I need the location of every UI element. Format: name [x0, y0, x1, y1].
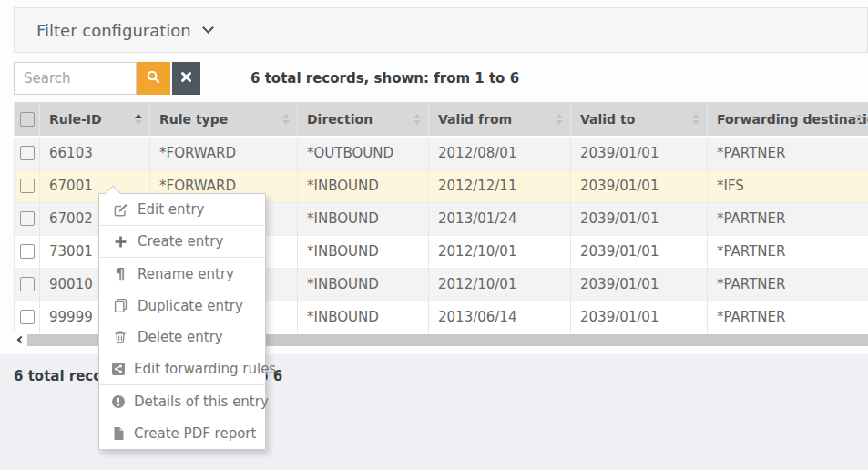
column-label: Valid to — [580, 112, 635, 127]
exclamation-circle-icon — [111, 394, 126, 409]
checkbox-cell — [15, 301, 40, 333]
row-checkbox[interactable] — [20, 310, 35, 324]
menu-item-create-entry[interactable]: Create entry — [99, 226, 265, 258]
cell-direction: *INBOUND — [298, 301, 429, 333]
menu-item-label: Edit entry — [138, 201, 204, 218]
row-checkbox[interactable] — [20, 211, 35, 226]
cell-forwarding-destination: *PARTNER — [708, 202, 868, 235]
menu-item-label: Edit forwarding rules — [134, 361, 276, 377]
cell-valid-from: 2012/08/01 — [429, 137, 571, 169]
chevron-down-icon — [202, 22, 214, 34]
edit-icon — [111, 202, 129, 218]
menu-item-label: Rename entry — [138, 266, 234, 282]
cell-valid-to: 2039/01/01 — [571, 268, 708, 301]
checkbox-cell — [15, 137, 40, 169]
checkbox-cell — [15, 202, 40, 235]
cell-valid-from: 2012/12/11 — [429, 169, 571, 202]
cell-valid-to: 2039/01/01 — [571, 169, 708, 202]
menu-item-label: Delete entry — [138, 329, 223, 345]
cell-forwarding-destination: *PARTNER — [708, 301, 868, 333]
cell-rule-type: *FORWARD — [150, 137, 298, 169]
menu-item-edit-forwarding-rules[interactable]: Edit forwarding rules — [99, 353, 265, 385]
duplicate-icon — [111, 298, 129, 313]
cell-direction: *OUTBOUND — [298, 137, 429, 169]
cell-direction: *INBOUND — [298, 202, 429, 235]
column-header-direction[interactable]: Direction — [298, 102, 429, 137]
cell-valid-to: 2039/01/01 — [571, 301, 708, 333]
row-checkbox[interactable] — [20, 244, 35, 259]
checkbox-cell — [15, 169, 40, 202]
cell-forwarding-destination: *PARTNER — [708, 137, 868, 169]
menu-item-label: Duplicate entry — [138, 298, 243, 314]
search-icon — [146, 69, 161, 87]
records-summary-top: 6 total records, shown: from 1 to 6 — [250, 62, 519, 95]
clear-icon — [180, 71, 192, 86]
select-all-checkbox[interactable] — [20, 112, 35, 127]
cell-direction: *INBOUND — [298, 235, 429, 268]
sort-icon — [556, 114, 563, 125]
column-label: Rule type — [159, 112, 228, 127]
pilcrow-icon: ¶ — [111, 265, 129, 282]
menu-item-rename-entry[interactable]: ¶ Rename entry — [99, 258, 265, 290]
sort-icon — [854, 114, 862, 125]
context-menu: Edit entry Create entry ¶ Rename entry D… — [98, 193, 266, 450]
column-header-forwarding-destination[interactable]: Forwarding destination — [708, 102, 868, 137]
cell-valid-from: 2012/10/01 — [429, 268, 571, 301]
trash-icon — [111, 330, 129, 344]
column-header-rule-type[interactable]: Rule type — [150, 102, 298, 137]
search-button[interactable] — [137, 62, 170, 95]
plus-icon — [111, 235, 129, 249]
menu-item-edit-entry[interactable]: Edit entry — [99, 194, 265, 226]
cell-valid-from: 2012/10/01 — [429, 235, 571, 268]
table-header-row: Rule-ID Rule type Direction Valid from V… — [15, 102, 868, 137]
search-bar — [14, 62, 200, 95]
column-label: Forwarding destination — [717, 112, 868, 127]
menu-item-duplicate-entry[interactable]: Duplicate entry — [99, 290, 265, 322]
cell-forwarding-destination: *PARTNER — [708, 235, 868, 268]
sort-icon — [282, 114, 290, 125]
row-checkbox[interactable] — [20, 277, 35, 291]
menu-item-label: Details of this entry — [134, 393, 269, 410]
cell-forwarding-destination: *PARTNER — [708, 268, 868, 301]
clear-search-button[interactable] — [172, 62, 200, 95]
column-label: Valid from — [438, 112, 512, 127]
table-row[interactable]: 66103 *FORWARD *OUTBOUND 2012/08/01 2039… — [15, 137, 868, 169]
select-all-checkbox-cell — [15, 102, 40, 137]
menu-item-delete-entry[interactable]: Delete entry — [99, 322, 265, 353]
checkbox-cell — [15, 235, 40, 268]
cell-valid-to: 2039/01/01 — [571, 235, 708, 268]
scroll-left-arrow-icon[interactable] — [14, 333, 25, 346]
filter-configuration-header[interactable]: Filter configuration — [14, 7, 868, 53]
menu-item-label: Create entry — [138, 233, 223, 250]
column-header-rule-id[interactable]: Rule-ID — [40, 102, 150, 137]
share-square-icon — [111, 362, 126, 376]
search-input[interactable] — [14, 62, 137, 95]
column-header-valid-to[interactable]: Valid to — [571, 102, 708, 137]
menu-item-label: Create PDF report — [134, 425, 256, 442]
row-checkbox[interactable] — [20, 146, 35, 160]
screen: Filter configuration 6 total records, sh… — [0, 0, 868, 470]
row-checkbox[interactable] — [20, 179, 35, 193]
filter-configuration-title: Filter configuration — [36, 21, 191, 40]
cell-valid-from: 2013/06/14 — [429, 301, 571, 333]
sort-asc-icon — [135, 114, 142, 125]
menu-item-create-pdf-report[interactable]: Create PDF report — [99, 417, 265, 449]
column-header-valid-from[interactable]: Valid from — [429, 102, 571, 137]
cell-valid-from: 2013/01/24 — [429, 202, 571, 235]
cell-valid-to: 2039/01/01 — [571, 202, 708, 235]
checkbox-cell — [15, 268, 40, 301]
column-label: Direction — [307, 112, 373, 127]
file-icon — [111, 426, 126, 441]
sort-icon — [414, 114, 421, 125]
cell-direction: *INBOUND — [298, 268, 429, 301]
sort-icon — [692, 114, 700, 125]
cell-direction: *INBOUND — [298, 169, 429, 202]
cell-forwarding-destination: *IFS — [708, 169, 868, 202]
column-label: Rule-ID — [49, 112, 102, 127]
menu-item-details-of-this-entry[interactable]: Details of this entry — [99, 385, 265, 417]
cell-valid-to: 2039/01/01 — [571, 137, 708, 169]
cell-rule-id: 66103 — [40, 137, 150, 169]
